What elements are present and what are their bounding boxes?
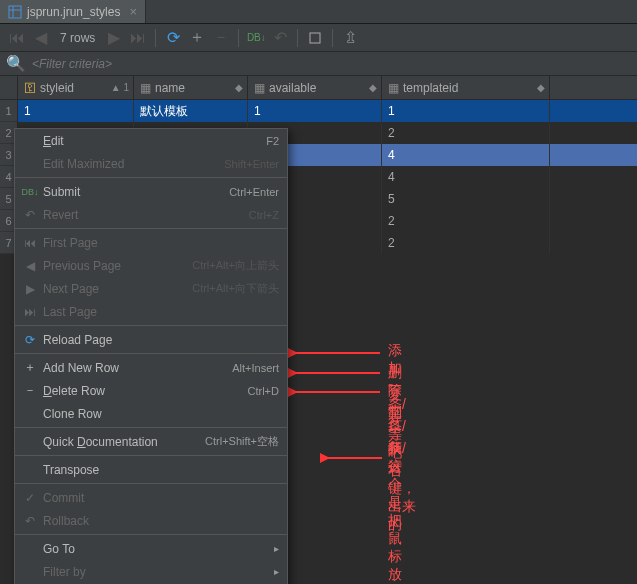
last-page-icon: ⏭: [21, 305, 39, 319]
annotation-arrow: [288, 365, 388, 381]
annotation-arrow: [288, 384, 388, 400]
next-page-button[interactable]: ▶: [103, 27, 125, 49]
submit-button[interactable]: DB↓: [245, 27, 267, 49]
menu-quick-doc[interactable]: Quick DocumentationCtrl+Shift+空格: [15, 430, 287, 453]
rollback-icon: ↶: [21, 514, 39, 528]
add-row-button[interactable]: ＋: [186, 27, 208, 49]
reload-icon: ⟳: [21, 333, 39, 347]
close-icon[interactable]: ×: [129, 4, 137, 19]
menu-delete-row[interactable]: －Delete RowCtrl+D: [15, 379, 287, 402]
db-submit-icon: DB↓: [21, 187, 39, 197]
tab-bar: jsprun.jrun_styles ×: [0, 0, 637, 24]
column-icon: ▦: [254, 81, 265, 95]
first-page-button[interactable]: ⏮: [6, 27, 28, 49]
menu-commit[interactable]: ✓Commit: [15, 486, 287, 509]
view-mode-button[interactable]: [304, 27, 326, 49]
menu-next-page[interactable]: ▶Next PageCtrl+Alt+向下箭头: [15, 277, 287, 300]
col-head-styleid[interactable]: ⚿styleid▲ 1: [18, 76, 134, 99]
menu-filter-by[interactable]: Filter by▸: [15, 560, 287, 583]
cell[interactable]: 1: [18, 100, 134, 122]
column-key-icon: ⚿: [24, 81, 36, 95]
prev-page-icon: ◀: [21, 259, 39, 273]
menu-reload[interactable]: ⟳Reload Page: [15, 328, 287, 351]
export-button[interactable]: ⇫: [339, 27, 361, 49]
menu-prev-page[interactable]: ◀Previous PageCtrl+Alt+向上箭头: [15, 254, 287, 277]
annotation-arrow: [320, 450, 390, 466]
column-icon: ▦: [388, 81, 399, 95]
cell[interactable]: 1: [248, 100, 382, 122]
revert-icon: ↶: [21, 208, 39, 222]
table-row[interactable]: 11默认模板11: [0, 100, 637, 122]
cell[interactable]: 2: [382, 232, 550, 254]
menu-edit[interactable]: EditF2: [15, 129, 287, 152]
prev-page-button[interactable]: ◀: [30, 27, 52, 49]
menu-clone-row[interactable]: Clone Row: [15, 402, 287, 425]
reload-button[interactable]: ⟳: [162, 27, 184, 49]
menu-rollback[interactable]: ↶Rollback: [15, 509, 287, 532]
add-icon: ＋: [21, 359, 39, 376]
cell[interactable]: 4: [382, 166, 550, 188]
menu-submit[interactable]: DB↓SubmitCtrl+Enter: [15, 180, 287, 203]
col-head-templateid[interactable]: ▦templateid◆: [382, 76, 550, 99]
menu-add-row[interactable]: ＋Add New RowAlt+Insert: [15, 356, 287, 379]
remove-icon: －: [21, 382, 39, 399]
cell[interactable]: 默认模板: [134, 100, 248, 122]
annotation-note2: 右键，出来的: [388, 462, 416, 534]
filter-input[interactable]: [32, 57, 631, 71]
grid-header: ⚿styleid▲ 1 ▦name◆ ▦available◆ ▦template…: [0, 76, 637, 100]
first-page-icon: ⏮: [21, 236, 39, 250]
svg-rect-3: [310, 33, 320, 43]
column-icon: ▦: [140, 81, 151, 95]
menu-last-page[interactable]: ⏭Last Page: [15, 300, 287, 323]
row-count-label: 7 rows: [60, 31, 95, 45]
col-head-available[interactable]: ▦available◆: [248, 76, 382, 99]
table-icon: [8, 5, 22, 19]
cell[interactable]: 2: [382, 122, 550, 144]
revert-button[interactable]: ↶: [269, 27, 291, 49]
svg-rect-0: [9, 6, 21, 18]
editor-tab[interactable]: jsprun.jrun_styles ×: [0, 0, 146, 23]
menu-edit-maximized[interactable]: Edit MaximizedShift+Enter: [15, 152, 287, 175]
row-number: 1: [0, 100, 18, 122]
toolbar: ⏮ ◀ 7 rows ▶ ⏭ ⟳ ＋ － DB↓ ↶ ⇫: [0, 24, 637, 52]
commit-icon: ✓: [21, 491, 39, 505]
search-icon: 🔍: [6, 54, 26, 73]
filter-bar: 🔍: [0, 52, 637, 76]
cell[interactable]: 2: [382, 210, 550, 232]
menu-first-page[interactable]: ⏮First Page: [15, 231, 287, 254]
cell[interactable]: 4: [382, 144, 550, 166]
cell[interactable]: 1: [382, 100, 550, 122]
menu-revert[interactable]: ↶RevertCtrl+Z: [15, 203, 287, 226]
context-menu: EditF2 Edit MaximizedShift+Enter DB↓Subm…: [14, 128, 288, 584]
tab-title: jsprun.jrun_styles: [27, 5, 120, 19]
annotation-arrow: [288, 345, 388, 361]
last-page-button[interactable]: ⏭: [127, 27, 149, 49]
col-head-name[interactable]: ▦name◆: [134, 76, 248, 99]
remove-row-button[interactable]: －: [210, 27, 232, 49]
menu-goto[interactable]: Go To▸: [15, 537, 287, 560]
next-page-icon: ▶: [21, 282, 39, 296]
menu-transpose[interactable]: Transpose: [15, 458, 287, 481]
cell[interactable]: 5: [382, 188, 550, 210]
